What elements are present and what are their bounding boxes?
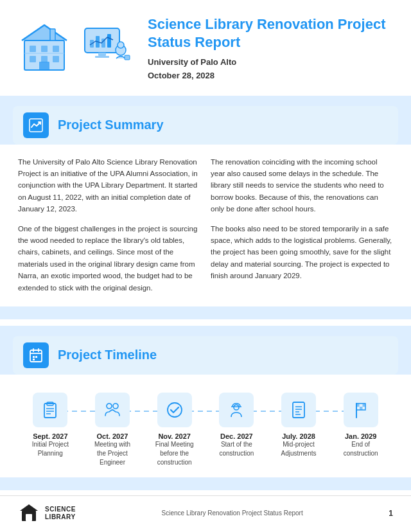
svg-rect-29: [33, 359, 35, 360]
summary-left-col: The University of Palo Alto Science Libr…: [18, 156, 200, 301]
timeline-item-3: Nov. 2027 Final Meeting before the const…: [143, 393, 206, 467]
svg-rect-28: [35, 356, 37, 358]
svg-point-36: [113, 403, 118, 409]
worker-icon-wrap: [219, 393, 254, 427]
summary-content: The University of Palo Alto Science Libr…: [0, 145, 411, 306]
timeline-item-1: Sept. 2027 Initial Project Planning: [19, 393, 82, 458]
page-header: Science Library Renovation Project Statu…: [0, 0, 411, 96]
svg-rect-10: [39, 62, 49, 70]
timeline-date-2: Oct. 2027: [97, 432, 128, 440]
svg-rect-5: [41, 46, 48, 52]
timeline-desc-4: Start of the construction: [214, 440, 259, 458]
svg-rect-4: [30, 46, 36, 52]
page-title: Science Library Renovation Project Statu…: [148, 15, 390, 51]
summary-title: Project Summary: [58, 118, 164, 132]
footer-logo: SCIENCE LIBRARY: [18, 502, 76, 524]
svg-rect-52: [360, 407, 363, 410]
timeline-track: Sept. 2027 Initial Project Planning Oct.…: [13, 393, 398, 467]
flag-icon-wrap: [344, 393, 378, 427]
summary-para-2: One of the biggest challenges in the pro…: [18, 223, 200, 294]
svg-rect-9: [53, 56, 59, 62]
calendar-icon: [28, 348, 44, 363]
footer-page-number: 1: [389, 509, 393, 518]
svg-rect-8: [41, 56, 48, 62]
checkmark-icon-wrap: [157, 393, 192, 427]
timeline-date-4: Dec. 2027: [220, 432, 253, 440]
svg-rect-6: [53, 46, 59, 52]
timeline-content: Sept. 2027 Initial Project Planning Oct.…: [0, 375, 411, 477]
header-university: University of Palo Alto October 28, 2028: [148, 56, 390, 83]
footer-logo-text: SCIENCE LIBRARY: [45, 506, 76, 521]
summary-para-4: The books also need to be stored tempora…: [211, 223, 393, 282]
svg-point-39: [234, 405, 239, 410]
svg-rect-18: [95, 56, 109, 58]
timeline-icon-box: [23, 342, 49, 368]
svg-point-38: [168, 403, 182, 417]
timeline-date-1: Sept. 2027: [33, 432, 67, 440]
timeline-date-5: July. 2028: [282, 432, 315, 440]
summary-para-1: The University of Palo Alto Science Libr…: [18, 156, 200, 215]
timeline-desc-1: Initial Project Planning: [28, 440, 73, 458]
page-footer: SCIENCE LIBRARY Science Library Renovati…: [0, 495, 411, 531]
svg-point-35: [107, 403, 112, 409]
summary-icon-box: [23, 112, 49, 138]
svg-marker-0: [22, 25, 67, 40]
timeline-desc-6: End of construction: [338, 440, 383, 458]
svg-rect-3: [50, 29, 55, 40]
svg-point-20: [118, 42, 124, 48]
header-icons: [15, 20, 132, 78]
checkmark-icon: [165, 400, 184, 420]
svg-rect-48: [356, 403, 360, 407]
worker-icon: [227, 400, 246, 420]
timeline-item-5: July. 2028 Mid-project Adjustments: [268, 393, 330, 458]
clipboard-icon: [40, 400, 60, 420]
finish-flag-icon: [351, 400, 371, 420]
timeline-date-3: Nov. 2027: [158, 432, 191, 440]
header-text: Science Library Renovation Project Statu…: [148, 15, 390, 83]
svg-rect-16: [107, 34, 111, 48]
document-icon-wrap: [281, 393, 316, 427]
summary-para-3: The renovation coinciding with the incom…: [211, 156, 393, 215]
svg-rect-27: [33, 356, 35, 358]
timeline-item-6: Jan. 2029 End of construction: [329, 393, 392, 458]
footer-report-text: Science Library Renovation Project Statu…: [162, 510, 303, 517]
handshake-icon-wrap: [95, 393, 130, 427]
timeline-desc-5: Mid-project Adjustments: [276, 440, 321, 458]
timeline-desc-2: Meeting with the Project Engineer: [90, 440, 135, 467]
svg-rect-56: [26, 514, 32, 521]
building-icon: [15, 20, 73, 78]
timeline-title: Project Timeline: [58, 348, 157, 362]
project-timeline-header: Project Timeline: [13, 336, 398, 375]
svg-rect-17: [98, 53, 106, 56]
screen-icon: [81, 23, 132, 75]
timeline-desc-3: Final Meeting before the construction: [152, 440, 197, 467]
svg-marker-54: [20, 504, 38, 511]
svg-rect-7: [30, 56, 36, 62]
timeline-item-2: Oct. 2027 Meeting with the Project Engin…: [82, 393, 144, 467]
timeline-item-4: Dec. 2027 Start of the construction: [206, 393, 268, 458]
handshake-icon: [103, 400, 122, 420]
project-summary-section: Project Summary The University of Palo A…: [0, 96, 411, 319]
project-summary-header: Project Summary: [13, 106, 398, 145]
svg-rect-50: [362, 403, 365, 407]
chart-icon: [28, 118, 44, 133]
project-timeline-section: Project Timeline Sept. 2027 Initial Proj…: [0, 326, 411, 490]
svg-rect-21: [125, 55, 130, 60]
timeline-date-6: Jan. 2029: [345, 432, 377, 440]
summary-right-col: The renovation coinciding with the incom…: [211, 156, 393, 301]
footer-library-icon: [18, 502, 40, 524]
clipboard-icon-wrap: [33, 393, 67, 427]
svg-rect-41: [293, 402, 304, 418]
document-icon: [289, 400, 308, 420]
